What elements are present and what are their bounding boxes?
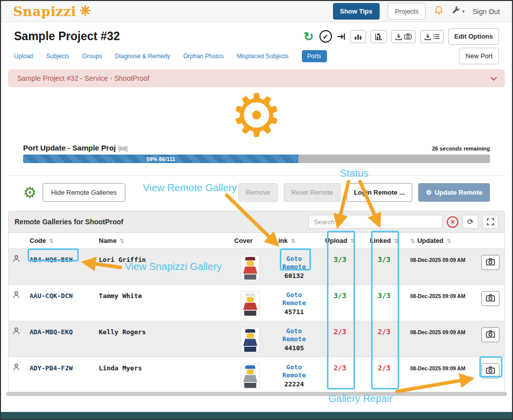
reset-remote-button[interactable]: Reset Remote (284, 183, 340, 202)
processing-area: ⚙ (1, 87, 512, 144)
remote-galleries-table: Code⇅ Name⇅ Cover Link⇅ Upload⇅ Linked⇅ … (9, 233, 504, 393)
logo: Snapizzi (13, 4, 91, 19)
code-link[interactable]: AB4-HQ6-BSH (30, 256, 73, 263)
table-row: ADY-PB4-F2W Linda Myers Goto Remote22224… (9, 357, 504, 393)
search-input[interactable] (308, 215, 443, 229)
col-header-actions (476, 233, 504, 249)
person-icon (13, 364, 20, 372)
refresh-button[interactable]: ⟳ (462, 215, 478, 229)
download-list-button[interactable] (420, 30, 444, 43)
tab-ports[interactable]: Ports (302, 50, 327, 62)
port-settings-gear-icon[interactable]: ⚙ (23, 185, 37, 200)
progress-count-badge: [68] (118, 146, 127, 152)
remote-id: 22224 (274, 380, 314, 388)
update-remote-button[interactable]: ⚙ Update Remote (418, 183, 490, 202)
col-header-link[interactable]: Link⇅ (270, 233, 318, 249)
upload-count: 3/3 (333, 255, 346, 263)
sync-status-icon[interactable]: ↻ (302, 30, 315, 43)
goto-remote-link[interactable]: Goto Remote (280, 327, 309, 343)
gallery-repair-button[interactable] (481, 363, 499, 378)
panel-title: Remote Galleries for ShootProof (15, 218, 123, 226)
cover-thumbnail (241, 291, 260, 316)
linked-count: 2/3 (378, 364, 390, 372)
progress-label: 59% 66/111 (146, 156, 176, 162)
divider (8, 175, 505, 176)
sort-amount-icon: ⇅ (410, 238, 415, 244)
notifications-bell-icon[interactable] (434, 6, 444, 18)
col-header-upload[interactable]: Upload⇅ (318, 233, 362, 249)
cover-thumbnail (241, 327, 260, 352)
download-photos-button[interactable] (391, 30, 416, 43)
logo-text: Snapizzi (13, 4, 76, 19)
horizontal-scrollbar[interactable] (6, 392, 507, 396)
gallery-repair-button[interactable] (481, 291, 499, 306)
chevron-down-icon (490, 74, 497, 81)
code-link[interactable]: ADA-MBQ-EKQ (30, 328, 73, 336)
tab-subjects[interactable]: Subjects (46, 53, 69, 60)
table-row: AAU-CQK-DCN Tammy White Goto Remote45711… (9, 285, 504, 321)
remove-button[interactable]: Remove (238, 183, 277, 202)
update-remote-label: Update Remote (435, 189, 482, 196)
goto-remote-link[interactable]: Goto Remote (280, 363, 309, 379)
col-header-updated[interactable]: ⇅Updated⇅ (406, 233, 476, 249)
subject-name: Lori Griffin (99, 256, 146, 263)
goto-remote-link[interactable]: Goto Remote (280, 291, 309, 307)
bar-chart-button[interactable] (350, 30, 366, 43)
code-link[interactable]: AAU-CQK-DCN (30, 292, 73, 300)
updated-timestamp: 08-Dec-2025 09:09 AM (410, 257, 465, 263)
table-header-row: Code⇅ Name⇅ Cover Link⇅ Upload⇅ Linked⇅ … (9, 233, 504, 249)
report-chart-button[interactable] (371, 30, 387, 43)
gallery-toolbar: ⚙ Hide Remote Galleries Remove Reset Rem… (1, 183, 512, 202)
subject-name: Kelly Rogers (99, 328, 146, 336)
updated-timestamp: 08-Dec-2025 09:09 AM (410, 329, 465, 335)
gallery-repair-button[interactable] (481, 327, 499, 342)
clear-search-button[interactable]: × (447, 216, 458, 228)
new-port-button[interactable]: New Port (459, 48, 499, 64)
tab-groups[interactable]: Groups (82, 53, 102, 60)
camera-icon (486, 294, 495, 303)
projects-button[interactable]: Projects (388, 3, 426, 20)
remote-galleries-panel: Remote Galleries for ShootProof × ⟳ Code… (8, 211, 505, 394)
check-status-icon[interactable]: ✓ (319, 30, 332, 43)
col-header-select (9, 233, 26, 249)
caret-down-icon: ▾ (462, 9, 464, 14)
wrench-icon (452, 6, 460, 17)
edit-options-button[interactable]: Edit Options (448, 28, 499, 45)
login-remote-button[interactable]: Login Remote ... (347, 183, 412, 202)
remote-id: 44105 (274, 344, 314, 352)
remote-id: 45711 (274, 308, 314, 316)
tools-menu[interactable]: ▾ (452, 6, 464, 17)
tab-upload[interactable]: Upload (14, 53, 33, 60)
app-window: Snapizzi Show Tips Projects ▾ Sign Out (0, 0, 513, 420)
person-icon (13, 255, 20, 264)
page-title: Sample Project #32 (14, 30, 120, 43)
linked-count: 3/3 (378, 292, 390, 300)
linked-count: 2/3 (378, 328, 390, 336)
cover-thumbnail (241, 363, 260, 388)
footer-strip (1, 412, 512, 419)
sort-icon: ⇅ (119, 238, 124, 244)
tab-orphan-photos[interactable]: Orphan Photos (183, 53, 224, 60)
fullscreen-button[interactable] (482, 215, 498, 229)
tab-diagnose-remedy[interactable]: Diagnose & Remedy (115, 53, 170, 60)
camera-icon (486, 258, 495, 267)
updated-timestamp: 08-Dec-2025 09:09 AM (410, 365, 465, 371)
col-header-code[interactable]: Code⇅ (26, 233, 95, 249)
camera-icon (486, 366, 495, 375)
person-icon (13, 292, 20, 300)
tab-misplaced-subjects[interactable]: Misplaced Subjects (237, 53, 288, 60)
export-login-icon[interactable] (336, 32, 346, 41)
remote-id: 60132 (274, 272, 314, 279)
gallery-repair-button[interactable] (481, 255, 499, 270)
show-tips-button[interactable]: Show Tips (333, 3, 380, 20)
hide-remote-galleries-button[interactable]: Hide Remote Galleries (43, 183, 125, 202)
col-header-name[interactable]: Name⇅ (95, 233, 230, 249)
logo-asterisk-icon (80, 5, 91, 18)
sign-out-link[interactable]: Sign Out (473, 8, 500, 16)
goto-remote-link[interactable]: Goto Remote (280, 255, 309, 271)
code-link[interactable]: ADY-PB4-F2W (30, 364, 73, 372)
progress-fill: 59% 66/111 (23, 155, 298, 163)
panel-header: Remote Galleries for ShootProof × ⟳ (9, 211, 504, 233)
subject-name: Tammy White (99, 292, 142, 300)
col-header-linked[interactable]: Linked⇅ (362, 233, 406, 249)
